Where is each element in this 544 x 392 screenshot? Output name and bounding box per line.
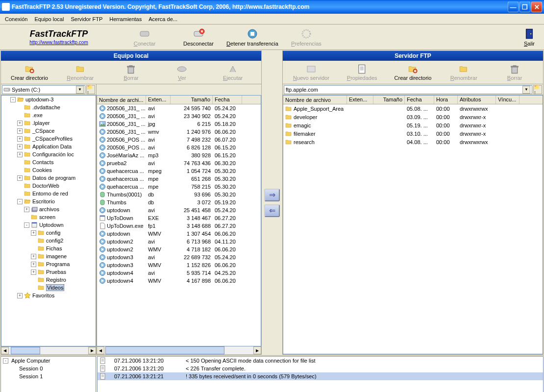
file-row[interactable]: 200506_POS ...avi7 498 23206.07.20 — [97, 136, 261, 144]
file-row[interactable]: Thumbs(0001)db93 69605.30.20 — [97, 191, 261, 198]
tree-expand-icon[interactable]: + — [17, 136, 23, 142]
folder-tree[interactable]: -uptodown-3.dvdattache.exe+.lplayer+_CSp… — [1, 95, 96, 346]
menu-servidorftp[interactable]: Servidor FTP — [68, 15, 105, 23]
remote-file-row[interactable]: filemaker03.10. ...00:00drwxrwxr-x — [283, 129, 543, 138]
tree-expand-icon[interactable]: + — [31, 230, 36, 236]
renombrar-button[interactable]: Renombrar — [55, 64, 106, 81]
remote-list-header[interactable]: Nombre de archivoExten...TamañoFechaHora… — [283, 96, 543, 104]
file-list-header[interactable]: Nombre de archi...Exten...TamañoFecha — [97, 96, 261, 104]
remote-folder-up-button[interactable]: 📁↑ — [533, 85, 542, 94]
log-row[interactable]: 07.21.2006 13:21:20< 226 Transfer comple… — [98, 365, 543, 372]
tree-item[interactable]: +archivos — [1, 205, 96, 213]
upload-button[interactable]: ⇒ — [264, 189, 280, 201]
tree-expand-icon[interactable]: + — [31, 254, 36, 259]
borrar-button[interactable]: Borrar — [106, 64, 157, 81]
tree-item[interactable]: Entorno de red — [1, 190, 96, 197]
file-row[interactable]: 200506_J31_ ...jpg6 21505.18.20 — [97, 120, 261, 128]
tree-item[interactable]: Cookies — [1, 166, 96, 174]
ejecutar-button[interactable]: Ejecutar — [207, 64, 258, 81]
tree-item[interactable]: -uptodown-3 — [1, 96, 96, 103]
tree-item[interactable]: +config — [1, 229, 96, 237]
tree-item[interactable]: -Escritorio — [1, 197, 96, 205]
tree-item[interactable]: config2 — [1, 237, 96, 245]
tree-item[interactable]: .exe — [1, 111, 96, 119]
borrar-remote-button[interactable]: Borrar — [489, 64, 540, 81]
file-row[interactable]: uptodown2WMV4 718 18206.06.20 — [97, 245, 261, 253]
tree-item[interactable]: +Programa — [1, 260, 96, 268]
file-row[interactable]: 200506_J31_ ...wmv1 240 97606.06.20 — [97, 128, 261, 136]
tree-item[interactable]: Fichas — [1, 245, 96, 252]
file-row[interactable]: uptodown4WMV4 167 89806.06.20 — [97, 277, 261, 285]
log-list[interactable]: 07.21.2006 13:21:20< 150 Opening ASCII m… — [97, 356, 544, 392]
chevron-down-icon[interactable]: ▼ — [522, 86, 530, 94]
folder-up-button[interactable]: 📁↑ — [86, 85, 95, 94]
ver-button[interactable]: Ver — [156, 64, 207, 81]
download-button[interactable]: ⇐ — [264, 204, 280, 217]
file-hscroll[interactable]: ◀▶ — [97, 346, 261, 354]
tree-item[interactable]: +_CSpace — [1, 127, 96, 135]
chevron-down-icon[interactable]: ▼ — [76, 86, 84, 94]
file-row[interactable]: 200506_J31_ ...avi24 595 74005.24.20 — [97, 104, 261, 112]
preferencias-button[interactable]: Preferencias — [279, 28, 333, 47]
tree-item[interactable]: .dvdattache — [1, 103, 96, 111]
tree-expand-icon[interactable]: + — [17, 152, 23, 157]
local-file-list[interactable]: Nombre de archi...Exten...TamañoFecha200… — [97, 95, 261, 346]
salir-button[interactable]: Salir — [515, 28, 544, 47]
file-row[interactable]: prueba2avi74 763 43606.30.20 — [97, 159, 261, 167]
file-row[interactable]: uptodownavi25 451 45805.24.20 — [97, 206, 261, 214]
maximize-button[interactable]: ❐ — [519, 1, 530, 12]
file-row[interactable]: quehacercua ...mpe651 26805.30.20 — [97, 175, 261, 183]
nuevo-servidor-button[interactable]: Nuevo servidor — [286, 64, 337, 81]
menu-acercade[interactable]: Acerca de... — [146, 15, 180, 23]
remote-file-row[interactable]: emagic05.19. ...00:00drwxrwxr-x — [283, 121, 543, 129]
tree-item[interactable]: +Application Data — [1, 143, 96, 150]
tree-item[interactable]: Contacts — [1, 158, 96, 166]
desconectar-button[interactable]: Desconectar — [172, 28, 225, 47]
file-row[interactable]: uptodown2avi6 713 96804.11.20 — [97, 238, 261, 245]
tree-expand-icon[interactable]: - — [10, 97, 16, 102]
conectar-button[interactable]: Conectar — [118, 28, 172, 47]
tree-expand-icon[interactable]: + — [17, 128, 23, 134]
remote-address-input[interactable]: ftp.apple.com ▼ — [284, 85, 532, 94]
menu-equipolocal[interactable]: Equipo local — [31, 15, 67, 23]
session-item[interactable]: -Apple Computer — [1, 357, 96, 365]
file-row[interactable]: uptodown3avi22 689 73205.24.20 — [97, 253, 261, 261]
minimize-button[interactable]: — — [508, 1, 519, 12]
crear-dir-button[interactable]: Crear directorio — [4, 64, 55, 81]
tree-expand-icon[interactable]: + — [31, 270, 36, 275]
tree-item[interactable]: -Uptodown — [1, 221, 96, 229]
file-row[interactable]: quehacercua ...mpe758 21505.30.20 — [97, 183, 261, 191]
file-row[interactable]: 200506_POS ...avi6 826 12806.15.20 — [97, 144, 261, 151]
tree-expand-icon[interactable]: + — [17, 175, 23, 181]
tree-hscroll[interactable]: ◀▶ — [1, 346, 96, 354]
tree-item[interactable]: +_CSpaceProfiles — [1, 135, 96, 143]
file-row[interactable]: UpToDownEXE3 148 46706.27.20 — [97, 214, 261, 222]
session-item[interactable]: Session 1 — [1, 372, 96, 380]
tree-item[interactable]: +Favoritos — [1, 292, 96, 299]
tree-expand-icon[interactable]: + — [24, 207, 29, 212]
file-row[interactable]: uptodown4avi5 935 71404.25.20 — [97, 269, 261, 277]
tree-item[interactable]: +Pruebas — [1, 268, 96, 276]
tree-expand-icon[interactable]: - — [24, 222, 29, 228]
file-row[interactable]: uptodown3WMV1 152 82606.06.20 — [97, 261, 261, 269]
drive-selector[interactable]: System (C:) ▼ — [2, 85, 85, 94]
remote-file-row[interactable]: Apple_Support_Area05.08. ...00:00drwxrwx… — [283, 104, 543, 113]
tree-expand-icon[interactable]: + — [31, 262, 36, 267]
tree-expand-icon[interactable]: + — [17, 121, 23, 126]
log-row[interactable]: 07.21.2006 13:21:21! 335 bytes received/… — [98, 372, 543, 380]
tree-item[interactable]: DoctorWeb — [1, 182, 96, 190]
remote-file-row[interactable]: research04.08. ...00:00drwxrwxrwx — [283, 138, 543, 146]
tree-expand-icon[interactable]: - — [17, 199, 23, 204]
tree-item[interactable]: +Datos de program — [1, 174, 96, 182]
tree-item[interactable]: +Configuración loc — [1, 150, 96, 158]
file-row[interactable]: uptodownWMV1 307 45406.06.20 — [97, 230, 261, 238]
file-row[interactable]: Thumbsdb3 07205.19.20 — [97, 198, 261, 206]
tree-item[interactable]: Videos — [1, 284, 96, 292]
crear-dir-remote-button[interactable]: Crear directorio — [388, 64, 439, 81]
menu-herramientas[interactable]: Herramientas — [106, 15, 145, 23]
file-row[interactable]: UpToDown.exefp13 148 68806.27.20 — [97, 222, 261, 230]
tree-expand-icon[interactable]: + — [17, 144, 23, 149]
tree-item[interactable]: +.lplayer — [1, 119, 96, 127]
remote-file-row[interactable]: developer03.09. ...00:00drwxrwxr-x — [283, 113, 543, 121]
brand-link[interactable]: http://www.fasttrackftp.com — [29, 40, 88, 45]
